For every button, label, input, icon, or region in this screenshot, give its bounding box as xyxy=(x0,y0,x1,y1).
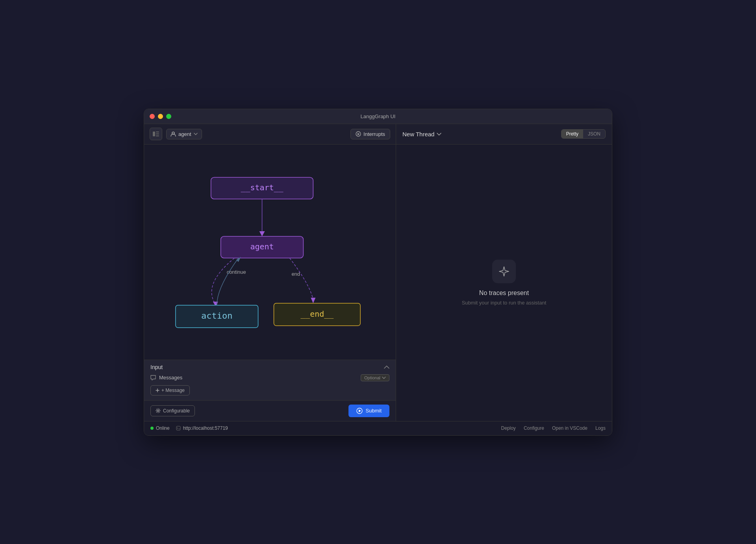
traffic-lights xyxy=(150,114,171,119)
pretty-json-toggle: Pretty JSON xyxy=(561,129,606,139)
titlebar: LanggGraph UI xyxy=(144,109,612,124)
online-dot xyxy=(150,427,154,430)
left-toolbar: agent Interrupts xyxy=(144,124,396,145)
url-text: http://localhost:57719 xyxy=(183,425,228,431)
statusbar: Online http://localhost:57719 Deploy Con… xyxy=(144,421,612,435)
close-button[interactable] xyxy=(150,114,155,119)
optional-badge[interactable]: Optional xyxy=(361,374,389,381)
minimize-button[interactable] xyxy=(158,114,163,119)
plus-icon xyxy=(156,388,159,392)
new-thread-button[interactable]: New Thread xyxy=(402,131,561,137)
agent-label: agent xyxy=(178,131,191,137)
action-node-label: action xyxy=(201,310,232,320)
url-status: http://localhost:57719 xyxy=(176,425,228,431)
optional-label: Optional xyxy=(364,375,380,380)
window-title: LanggGraph UI xyxy=(361,113,396,119)
graph-area: __start__ agent continue end xyxy=(144,145,396,360)
svg-rect-1 xyxy=(156,132,159,132)
empty-state-title: No traces present xyxy=(479,290,529,297)
messages-row: Messages Optional xyxy=(150,374,389,381)
right-toolbar: New Thread Pretty JSON xyxy=(396,124,612,145)
input-panel: Input Messages Optiona xyxy=(144,360,396,421)
fullscreen-button[interactable] xyxy=(166,114,171,119)
input-collapse-icon xyxy=(384,366,389,369)
configure-link[interactable]: Configure xyxy=(524,425,544,431)
submit-button[interactable]: Submit xyxy=(348,405,389,417)
messages-label: Messages xyxy=(159,375,182,381)
empty-state-icon xyxy=(492,260,516,283)
svg-marker-10 xyxy=(311,297,315,303)
play-icon xyxy=(356,408,363,414)
interrupts-label: Interrupts xyxy=(363,131,385,137)
end-edge-label: end xyxy=(291,271,300,277)
gear-icon xyxy=(156,408,161,413)
online-status: Online xyxy=(150,425,170,431)
json-option[interactable]: JSON xyxy=(583,130,605,138)
add-message-label: + Message xyxy=(161,388,185,393)
left-panel: agent Interrupts xyxy=(144,124,396,421)
svg-marker-7 xyxy=(259,231,265,236)
messages-icon xyxy=(150,375,156,381)
agent-selector[interactable]: agent xyxy=(166,129,202,139)
input-body: Messages Optional + Messa xyxy=(144,374,396,400)
main-content: agent Interrupts xyxy=(144,124,612,421)
optional-chevron-icon xyxy=(382,377,386,379)
start-node-label: __start__ xyxy=(241,183,284,192)
agent-node-label: agent xyxy=(250,242,274,251)
submit-label: Submit xyxy=(366,408,382,414)
right-panel: New Thread Pretty JSON No traces present xyxy=(396,124,612,421)
status-links: Deploy Configure Open in VSCode Logs xyxy=(501,425,606,431)
app-window: LanggGraph UI xyxy=(144,109,612,436)
online-label: Online xyxy=(156,425,170,431)
configurable-button[interactable]: Configurable xyxy=(150,405,195,416)
svg-point-14 xyxy=(158,410,159,412)
svg-rect-17 xyxy=(176,426,180,430)
svg-rect-3 xyxy=(156,136,159,136)
add-message-button[interactable]: + Message xyxy=(150,385,190,395)
empty-state-subtitle: Submit your input to run the assistant xyxy=(462,300,547,306)
messages-label-group: Messages xyxy=(150,375,182,381)
new-thread-label: New Thread xyxy=(402,131,434,137)
terminal-icon xyxy=(176,426,181,431)
new-thread-chevron-icon xyxy=(437,133,441,136)
input-title: Input xyxy=(150,364,163,370)
right-content: No traces present Submit your input to r… xyxy=(396,145,612,421)
svg-marker-16 xyxy=(359,409,361,412)
sidebar-toggle-button[interactable] xyxy=(150,128,162,140)
logs-link[interactable]: Logs xyxy=(595,425,606,431)
sparkle-icon xyxy=(498,266,510,277)
input-footer: Configurable Submit xyxy=(144,400,396,421)
configurable-label: Configurable xyxy=(163,408,190,414)
deploy-link[interactable]: Deploy xyxy=(501,425,516,431)
pretty-option[interactable]: Pretty xyxy=(561,130,583,138)
svg-rect-0 xyxy=(153,132,155,136)
open-vscode-link[interactable]: Open in VSCode xyxy=(552,425,587,431)
input-header[interactable]: Input xyxy=(144,360,396,374)
interrupts-button[interactable]: Interrupts xyxy=(350,129,390,139)
svg-rect-2 xyxy=(156,134,159,134)
end-node-label: __end__ xyxy=(300,309,334,318)
continue-edge-label: continue xyxy=(227,269,246,275)
